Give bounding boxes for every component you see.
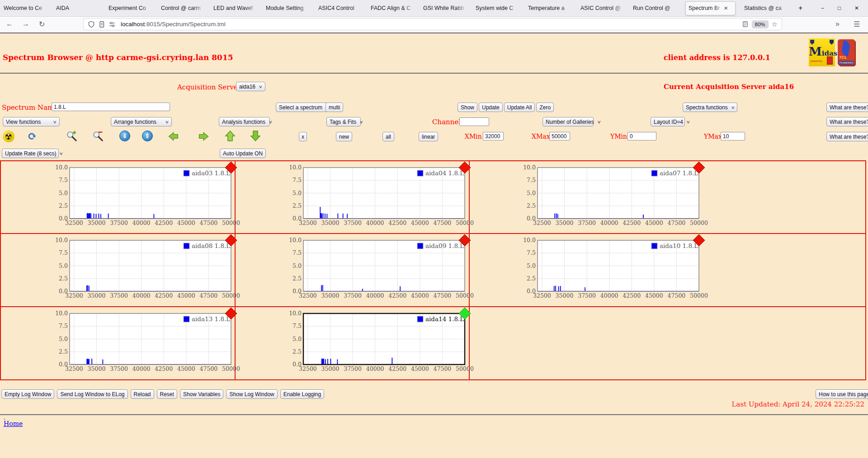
- refresh-icon[interactable]: ⟳: [26, 130, 38, 142]
- browser-tab[interactable]: Temperature a: [528, 0, 572, 17]
- xmin-input[interactable]: [483, 132, 504, 140]
- layout-id-dropdown[interactable]: Layout ID=4∨: [651, 117, 685, 126]
- linear-button[interactable]: linear: [419, 132, 438, 141]
- log-button[interactable]: Reload: [131, 389, 154, 399]
- browser-tab[interactable]: Statistics @ ca: [744, 0, 788, 17]
- url-bar[interactable]: localhost:8015/Spectrum/Spectrum.tml 80%…: [83, 18, 782, 30]
- radiation-icon[interactable]: ☢: [3, 131, 14, 142]
- close-icon[interactable]: ✕: [854, 5, 859, 11]
- what-are-these-button-3[interactable]: What are these?: [826, 132, 868, 141]
- tags-fits-dropdown[interactable]: Tags & Fits∨: [326, 117, 361, 126]
- browser-tab[interactable]: ASIC4 Control: [318, 0, 362, 17]
- what-are-these-button-2[interactable]: What are these?: [826, 117, 868, 126]
- arrow-left-icon[interactable]: [167, 131, 179, 142]
- overflow-icon[interactable]: »: [835, 20, 840, 28]
- maximize-icon[interactable]: □: [838, 5, 841, 11]
- xmax-input[interactable]: [549, 132, 570, 140]
- view-functions-dropdown[interactable]: View functions∨: [3, 117, 60, 126]
- browser-tab[interactable]: Control @ carm: [161, 0, 205, 17]
- log-button[interactable]: Enable Logging: [280, 389, 324, 399]
- arrow-right-icon[interactable]: [198, 131, 210, 142]
- channel-input[interactable]: [459, 117, 489, 126]
- shield-icon[interactable]: [88, 21, 95, 28]
- log-button[interactable]: Send Log Window to ELog: [57, 389, 127, 399]
- menu-icon[interactable]: ☰: [854, 20, 860, 28]
- browser-tab[interactable]: System wide C: [476, 0, 519, 17]
- log-button[interactable]: Reset: [157, 389, 177, 399]
- x-axis-button[interactable]: x: [299, 132, 307, 141]
- what-are-these-button-1[interactable]: What are these?: [826, 103, 868, 112]
- minimize-icon[interactable]: −: [821, 5, 824, 11]
- show-button[interactable]: Show: [458, 103, 477, 112]
- back-icon[interactable]: ←: [6, 20, 13, 28]
- spectrum-chart-aida08[interactable]: 3250035000375004000042500450004750050000…: [54, 235, 244, 299]
- spectrum-chart-aida13[interactable]: 3250035000375004000042500450004750050000…: [54, 308, 244, 372]
- svg-text:45000: 45000: [177, 220, 195, 226]
- arrow-down-icon[interactable]: [250, 130, 261, 142]
- zoom-level-badge[interactable]: 80%: [752, 20, 769, 28]
- arrow-up-icon[interactable]: [224, 130, 236, 142]
- svg-text:37500: 37500: [344, 292, 362, 299]
- multi-button[interactable]: multi: [326, 103, 343, 112]
- page-info-icon[interactable]: [98, 21, 105, 28]
- browser-tab[interactable]: Run Control @: [633, 0, 677, 17]
- spectrum-chart-aida10[interactable]: 3250035000375004000042500450004750050000…: [522, 235, 712, 299]
- log-button[interactable]: Show Log Window: [226, 389, 277, 399]
- ymax-input[interactable]: [721, 132, 745, 140]
- spectrum-name-input[interactable]: [52, 103, 170, 111]
- browser-tab[interactable]: Experiment Co: [108, 0, 152, 17]
- analysis-functions-dropdown[interactable]: Analysis functions∨: [219, 117, 270, 126]
- select-spectrum-dropdown[interactable]: Select a spectrum∨: [276, 103, 332, 112]
- number-of-galleries-dropdown[interactable]: Number of Galleries∨: [542, 117, 594, 126]
- tab-close-icon[interactable]: ✕: [724, 5, 728, 11]
- arrange-functions-dropdown[interactable]: Arrange functions∨: [111, 117, 172, 126]
- update-rate-dropdown[interactable]: Update Rate (8 secs)∨: [2, 149, 59, 158]
- spectrum-chart-aida07[interactable]: 3250035000375004000042500450004750050000…: [522, 162, 712, 226]
- expand-gallery-icon[interactable]: ⇑: [142, 131, 153, 141]
- permissions-icon[interactable]: [108, 21, 116, 28]
- svg-text:0.0: 0.0: [292, 215, 302, 222]
- zero-button[interactable]: Zero: [536, 103, 554, 112]
- new-tab-button[interactable]: +: [798, 4, 802, 12]
- help-button[interactable]: How to use this page: [816, 389, 868, 399]
- update-all-button[interactable]: Update All: [504, 103, 535, 112]
- svg-text:aida04 1.8.L: aida04 1.8.L: [425, 169, 464, 177]
- reload-icon[interactable]: ↻: [39, 20, 45, 28]
- browser-tab[interactable]: ASIC Control @: [580, 0, 624, 17]
- zoom-out-icon[interactable]: [92, 130, 104, 142]
- ymin-input[interactable]: [627, 132, 656, 140]
- browser-tab[interactable]: Module Setting: [266, 0, 310, 17]
- home-link[interactable]: Home: [4, 420, 23, 427]
- update-button[interactable]: Update: [479, 103, 503, 112]
- spectra-functions-dropdown[interactable]: Spectra functions∨: [683, 103, 737, 112]
- browser-tab-active[interactable]: Spectrum Br✕: [685, 1, 736, 15]
- svg-text:5.0: 5.0: [292, 190, 302, 196]
- tcl-logo[interactable]: TCL POWERED: [838, 39, 855, 65]
- spectrum-chart-aida14[interactable]: 3250035000375004000042500450004750050000…: [288, 308, 477, 372]
- browser-tab[interactable]: Welcome to Ce: [4, 0, 47, 17]
- browser-tab[interactable]: GSI White Rabb: [423, 0, 467, 17]
- browser-tab[interactable]: LED and Wavef: [213, 0, 257, 17]
- svg-text:2.5: 2.5: [292, 202, 302, 209]
- chevron-down-icon: ∨: [686, 120, 690, 124]
- log-button[interactable]: Empty Log Window: [1, 389, 54, 399]
- svg-text:40000: 40000: [132, 365, 151, 372]
- browser-tab[interactable]: AIDA: [56, 0, 100, 17]
- all-button[interactable]: all: [382, 132, 394, 141]
- spectrum-chart-aida09[interactable]: 3250035000375004000042500450004750050000…: [288, 235, 477, 299]
- forward-icon[interactable]: →: [22, 20, 29, 28]
- url-text[interactable]: localhost:8015/Spectrum/Spectrum.tml: [121, 21, 226, 28]
- browser-tab[interactable]: FADC Align & C: [371, 0, 415, 17]
- auto-update-button[interactable]: Auto Update ON: [220, 149, 266, 158]
- reader-mode-icon[interactable]: [742, 21, 749, 28]
- spectrum-chart-aida03[interactable]: 3250035000375004000042500450004750050000…: [54, 162, 244, 226]
- midas-logo[interactable]: Midas powered by: [809, 38, 835, 66]
- log-button[interactable]: Show Variables: [180, 389, 224, 399]
- spectrum-chart-aida04[interactable]: 3250035000375004000042500450004750050000…: [288, 162, 477, 226]
- bookmark-star-icon[interactable]: ☆: [772, 20, 778, 28]
- collapse-gallery-icon[interactable]: ⇓: [119, 131, 130, 141]
- zoom-in-icon[interactable]: [66, 130, 78, 142]
- new-button[interactable]: new: [336, 132, 352, 141]
- svg-text:aida09 1.8.L: aida09 1.8.L: [425, 242, 464, 249]
- acquisition-server-select[interactable]: aida16∨: [236, 82, 265, 91]
